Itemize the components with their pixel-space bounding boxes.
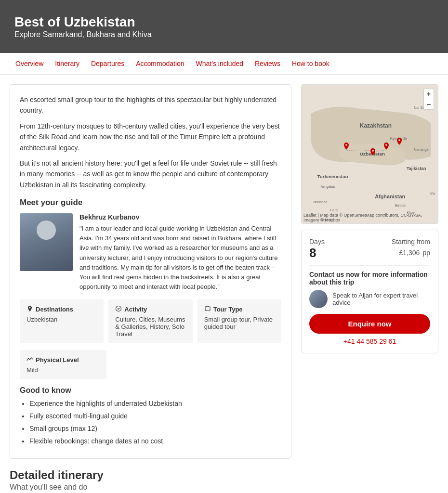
physical-level-grid: Physical Level Mild [20,350,281,379]
svg-text:Bahawalp: Bahawalp [421,223,436,223]
physical-icon [26,356,33,364]
svg-rect-1 [205,307,210,311]
guide-info: Bekhruz Kurbanov "I am a tour leader and… [79,213,281,292]
map-attribution: Leaflet | Map data © OpenStreetMap contr… [303,213,438,222]
main-layout: An escorted small group tour to the high… [0,75,448,493]
map-icon [26,305,33,313]
overview-para1: An escorted small group tour to the high… [20,94,281,116]
svg-text:Kazakhstan: Kazakhstan [360,122,392,129]
map-pin-4 [395,138,403,147]
meet-guide-title: Meet your guide [20,198,281,208]
details-grid: Destinations Uzbekistan Activity [20,299,281,343]
contact-title: Contact us now for more information abou… [309,271,430,286]
map-zoom-in[interactable]: + [423,89,434,99]
tour-icon [204,305,211,313]
nav-accommodation[interactable]: Accommodation [130,53,190,74]
guide-section: Bekhruz Kurbanov "I am a tour leader and… [20,213,281,292]
nav-departures[interactable]: Departures [85,53,130,74]
map-zoom-out[interactable]: − [423,99,434,110]
detail-physical: Physical Level Mild [20,350,106,379]
list-item: Small groups (max 12) [29,424,281,434]
overview-para2: From 12th-century mosques to 6th-century… [20,121,281,153]
contact-row: Speak to Aijan for expert travel advice [309,290,430,308]
itinerary-subheading: What you'll see and do [10,483,291,492]
hero-section: Best of Uzbekistan Explore Samarkand, Bu… [0,0,448,53]
svg-text:Herat: Herat [330,208,339,212]
phone-link[interactable]: +41 44 585 29 61 [309,337,430,345]
svg-text:Namangan: Namangan [414,148,430,152]
guide-name: Bekhruz Kurbanov [79,213,281,221]
map-pin-1 [343,143,350,152]
overview-para3: But it's not all ancient history here: y… [20,158,281,190]
detail-tour-type: Tour Type Small group tour, Private guid… [198,299,281,343]
contact-avatar [309,290,328,308]
content-left: An escorted small group tour to the high… [10,84,291,493]
nav-included[interactable]: What's included [190,53,249,74]
good-to-know-list: Experience the highlights of underrated … [20,399,281,446]
tour-type-value: Small group tour, Private guided tour [204,316,275,330]
hero-title: Best of Uzbekistan [14,14,434,30]
pricing-row: Days 8 Starting from £1,306 pp [309,238,430,260]
list-item: Experience the highlights of underrated … [29,399,281,409]
activity-icon [115,305,122,313]
nav-itinerary[interactable]: Itinerary [49,53,85,74]
nav-overview[interactable]: Overview [10,53,49,74]
nav-reviews[interactable]: Reviews [249,53,286,74]
svg-text:Isla: Isla [430,192,435,195]
svg-text:Mashhad: Mashhad [314,200,328,204]
nav-book[interactable]: How to book [286,53,335,74]
good-to-know-title: Good to know [20,386,281,395]
pricing-divider [309,265,430,266]
physical-value: Mild [26,366,100,374]
activity-value: Culture, Cities, Museums & Galleries, Hi… [115,316,185,337]
sidebar: Kazakhstan Uzbekistan Turkmenistan Tajik… [301,84,438,493]
guide-bio: "I am a tour leader and local guide work… [79,224,281,292]
guide-photo [20,213,73,271]
good-to-know: Good to know Experience the highlights o… [20,386,281,446]
svg-text:Ashgabat: Ashgabat [321,185,335,189]
svg-text:Tajikistan: Tajikistan [407,166,426,171]
map-controls: + − [423,89,434,110]
pricing-card: Days 8 Starting from £1,306 pp Contact u… [301,230,438,353]
hero-subtitle: Explore Samarkand, Bukhara and Khiva [14,30,434,39]
enquire-button[interactable]: Enquire now [309,314,430,334]
list-item: Flexible rebookings: change dates at no … [29,436,281,446]
map-pin-2 [369,148,377,158]
days-label: Days [309,238,325,246]
list-item: Fully escorted multi-lingual guide [29,411,281,421]
map-background: Kazakhstan Uzbekistan Turkmenistan Tajik… [302,85,438,223]
overview-card: An escorted small group tour to the high… [10,84,291,459]
map-container: Kazakhstan Uzbekistan Turkmenistan Tajik… [301,84,438,224]
detail-activity: Activity Culture, Cities, Museums & Gall… [108,299,192,343]
svg-text:Afghanistan: Afghanistan [375,194,405,199]
main-nav: Overview Itinerary Departures Accommodat… [0,53,448,75]
itinerary-section: Detailed itinerary What you'll see and d… [10,468,291,492]
from-label: Starting from [392,238,430,246]
svg-text:Turkmenistan: Turkmenistan [317,174,348,179]
detail-destinations: Destinations Uzbekistan [20,299,104,343]
destinations-value: Uzbekistan [26,316,97,323]
contact-agent: Speak to Aijan for expert travel advice [332,292,430,306]
itinerary-heading: Detailed itinerary [10,468,291,482]
days-value: 8 [309,246,325,260]
svg-text:Bamian: Bamian [395,204,407,207]
price-value: £1,306 pp [392,246,430,258]
map-pin-3 [382,143,390,152]
